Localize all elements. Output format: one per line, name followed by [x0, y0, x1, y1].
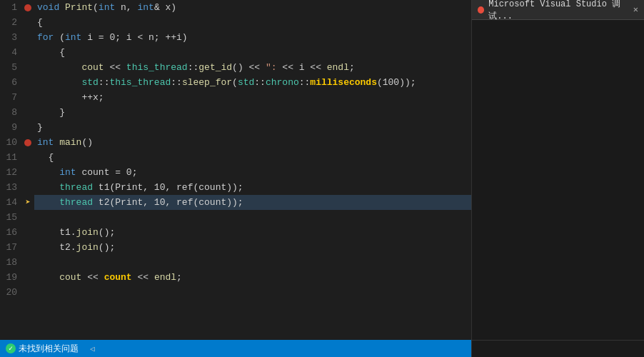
token: (100));	[377, 75, 416, 90]
token: << i <<	[277, 60, 327, 75]
gutter-cell	[21, 0, 34, 15]
line-number: 12	[0, 165, 17, 180]
code-line: std::this_thread::sleep_for(std::chrono:…	[34, 75, 471, 90]
token: thread	[59, 180, 93, 195]
token: {	[37, 45, 65, 60]
token: get_id	[198, 60, 232, 75]
token	[37, 165, 59, 180]
close-button[interactable]	[478, 6, 484, 14]
code-lines-container: 1234567891011121314151617181920 ➤ void P…	[0, 0, 471, 340]
token: join	[76, 240, 99, 255]
token: main	[59, 135, 81, 150]
token: ::	[254, 75, 266, 90]
line-number: 20	[0, 285, 17, 300]
code-line: int main()	[34, 135, 471, 150]
code-line: ++x;	[34, 90, 471, 105]
gutter-cell	[21, 120, 34, 135]
token	[37, 270, 59, 285]
token: ":	[266, 60, 277, 75]
token: & x)	[154, 0, 176, 15]
token: void	[37, 0, 59, 15]
code-line: }	[34, 120, 471, 135]
line-number: 19	[0, 270, 17, 285]
token: (	[54, 30, 65, 45]
gutter-cell	[21, 255, 34, 270]
code-line: cout << this_thread::get_id() << ": << i…	[34, 60, 471, 75]
token: thread	[59, 195, 93, 210]
token: n,	[115, 0, 137, 15]
code-line: }	[34, 105, 471, 120]
code-line	[34, 210, 471, 225]
token: (	[93, 0, 99, 15]
code-line: {	[34, 150, 471, 165]
editor-panel: 1234567891011121314151617181920 ➤ void P…	[0, 0, 471, 357]
line-number: 13	[0, 180, 17, 195]
token: endl	[154, 270, 176, 285]
token: Print	[65, 0, 93, 15]
token	[37, 180, 59, 195]
token: int	[37, 135, 54, 150]
line-number: 1	[0, 0, 17, 15]
console-title: Microsoft Visual Studio 调试...	[488, 0, 633, 22]
token: t2.	[37, 240, 76, 255]
code-line: t1.join();	[34, 225, 471, 240]
line-number: 6	[0, 75, 17, 90]
token	[54, 135, 59, 150]
token: int	[99, 0, 115, 15]
console-panel: Microsoft Visual Studio 调试... ✕	[471, 0, 644, 357]
status-icon: ✓	[6, 343, 16, 353]
line-number: 5	[0, 60, 17, 75]
gutter-cell	[21, 15, 34, 30]
token: int	[65, 30, 81, 45]
token: }	[37, 120, 43, 135]
close-icon[interactable]: ✕	[633, 4, 638, 15]
gutter-cell	[21, 60, 34, 75]
code-line: {	[34, 15, 471, 30]
code-content[interactable]: void Print(int n, int& x){for (int i = 0…	[34, 0, 471, 340]
code-line: void Print(int n, int& x)	[34, 0, 471, 15]
line-number: 3	[0, 30, 17, 45]
token: int	[137, 0, 154, 15]
console-header: Microsoft Visual Studio 调试... ✕	[472, 0, 644, 20]
line-number: 9	[0, 120, 17, 135]
token: ();	[99, 225, 115, 240]
token: (	[232, 75, 238, 90]
status-bar: ✓ 未找到相关问题 ◁	[0, 340, 471, 357]
token: t2(Print, 10, ref(count));	[93, 195, 243, 210]
breakpoint-dot[interactable]	[24, 139, 31, 146]
line-number: 14	[0, 195, 17, 210]
token: count = 0;	[76, 165, 138, 180]
token: t1.	[37, 225, 76, 240]
code-line	[34, 285, 471, 300]
token: join	[76, 225, 99, 240]
token: ::	[299, 75, 311, 90]
code-line: for (int i = 0; i < n; ++i)	[34, 30, 471, 45]
arrow-indicator: ➤	[25, 197, 30, 208]
token: for	[37, 30, 54, 45]
gutter-cell	[21, 45, 34, 60]
line-number: 2	[0, 15, 17, 30]
token: ::	[171, 75, 182, 90]
token: t1(Print, 10, ref(count));	[93, 180, 243, 195]
token: ;	[176, 270, 182, 285]
gutter-cell: ➤	[21, 195, 34, 210]
token: ()	[81, 135, 93, 150]
token: ::	[188, 60, 199, 75]
line-number: 8	[0, 105, 17, 120]
token: ();	[99, 240, 115, 255]
line-number: 16	[0, 225, 17, 240]
code-area: 1234567891011121314151617181920 ➤ void P…	[0, 0, 471, 340]
gutter-cell	[21, 75, 34, 90]
gutter-cell	[21, 240, 34, 255]
token: i = 0; i < n; ++i)	[81, 30, 187, 45]
token: <<	[81, 270, 104, 285]
token: () <<	[232, 60, 266, 75]
token: milliseconds	[310, 75, 377, 90]
token: std	[81, 75, 98, 90]
line-number: 4	[0, 45, 17, 60]
breakpoint-dot[interactable]	[24, 4, 31, 11]
token: sleep_for	[182, 75, 232, 90]
gutter-cell	[21, 105, 34, 120]
token	[37, 60, 81, 75]
console-output[interactable]	[472, 20, 644, 340]
